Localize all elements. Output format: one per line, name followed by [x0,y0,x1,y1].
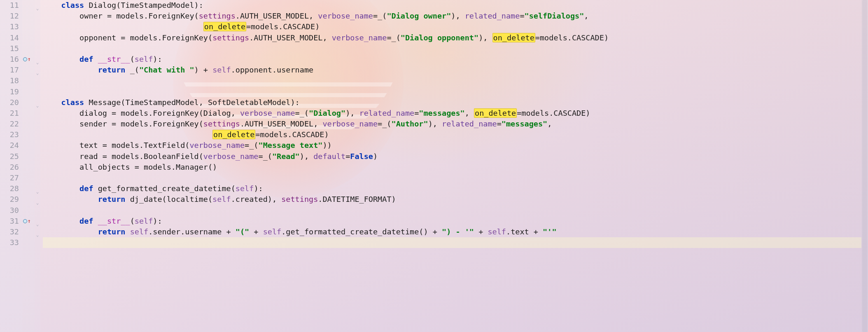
fold-toggle-icon[interactable]: ⌄ [35,230,40,234]
line-number: 24 [0,140,19,151]
code-line[interactable]: read = models.BooleanField(verbose_name=… [43,151,861,162]
code-line[interactable]: def get_formatted_create_datetime(self): [43,183,861,194]
line-number: 20 [0,97,19,108]
code-line[interactable]: opponent = models.ForeignKey(settings.AU… [43,33,861,43]
code-line[interactable]: class Dialog(TimeStampedModel): [43,0,861,11]
code-line[interactable] [43,173,861,183]
code-line[interactable]: all_objects = models.Manager() [43,162,861,173]
code-line[interactable]: on_delete=models.CASCADE) [43,21,861,32]
fold-toggle-icon[interactable]: ⌄ [35,3,40,7]
fold-toggle-icon[interactable]: ⌄ [35,198,40,202]
fold-toggle-icon[interactable]: ⌄ [35,101,40,105]
line-number: 29 [0,194,19,205]
fold-toggle-icon[interactable]: ⌄ [35,219,40,223]
code-line[interactable]: text = models.TextField(verbose_name=_("… [43,140,861,151]
code-line[interactable]: sender = models.ForeignKey(settings.AUTH… [43,119,861,129]
override-marker-icon[interactable]: ↑ [23,217,33,225]
search-highlight: on_delete [492,33,535,42]
search-highlight: on_delete [212,130,255,139]
line-number: 30 [0,205,19,216]
code-line[interactable]: def __str__(self): [43,216,861,227]
line-number: 18 [0,75,19,86]
code-line[interactable]: owner = models.ForeignKey(settings.AUTH_… [43,11,861,21]
code-line[interactable]: def __str__(self): [43,54,861,65]
search-highlight: on_delete [474,108,517,118]
fold-toggle-icon[interactable]: ⌄ [35,57,40,61]
line-number: 28 [0,183,19,194]
code-line[interactable] [43,75,861,86]
line-number: 31 [0,216,19,227]
line-number: 32 [0,227,19,237]
line-number: 14 [0,33,19,43]
override-marker-icon[interactable]: ↑ [23,56,33,63]
line-number: 23 [0,129,19,140]
search-highlight: on_delete [203,22,246,31]
line-number: 17 [0,65,19,75]
fold-gutter[interactable]: ⌄⌄⌄⌄⌄⌄⌄⌄ [35,0,40,332]
code-line[interactable] [43,237,861,248]
line-number: 21 [0,108,19,119]
line-number: 25 [0,151,19,162]
line-number: 33 [0,237,19,248]
scrollbar-thumb[interactable] [862,0,867,332]
line-number: 12 [0,11,19,21]
line-number: 22 [0,119,19,129]
code-line[interactable]: return self.sender.username + "(" + self… [43,227,861,237]
line-number-gutter[interactable]: 1112131415161718192021222324252627282930… [0,0,22,332]
code-line[interactable] [43,87,861,97]
fold-toggle-icon[interactable]: ⌄ [35,68,40,72]
line-number: 11 [0,0,19,11]
code-line[interactable]: class Message(TimeStampedModel, SoftDele… [43,97,861,108]
code-line[interactable]: return dj_date(localtime(self.created), … [43,194,861,205]
marker-gutter[interactable]: ↑↑ [22,0,35,332]
line-number: 19 [0,87,19,97]
line-number: 13 [0,21,19,32]
fold-toggle-icon[interactable]: ⌄ [35,187,40,191]
code-line[interactable] [43,205,861,216]
code-line[interactable]: dialog = models.ForeignKey(Dialog, verbo… [43,108,861,119]
code-line[interactable]: on_delete=models.CASCADE) [43,129,861,140]
code-editor[interactable]: 1112131415161718192021222324252627282930… [0,0,868,332]
line-number: 16 [0,54,19,65]
code-line[interactable]: return _("Chat with ") + self.opponent.u… [43,65,861,75]
code-line[interactable] [43,43,861,54]
vertical-scrollbar[interactable] [861,0,868,332]
line-number: 27 [0,173,19,183]
line-number: 15 [0,43,19,54]
code-area[interactable]: class Dialog(TimeStampedModel): owner = … [40,0,861,332]
line-number: 26 [0,162,19,173]
